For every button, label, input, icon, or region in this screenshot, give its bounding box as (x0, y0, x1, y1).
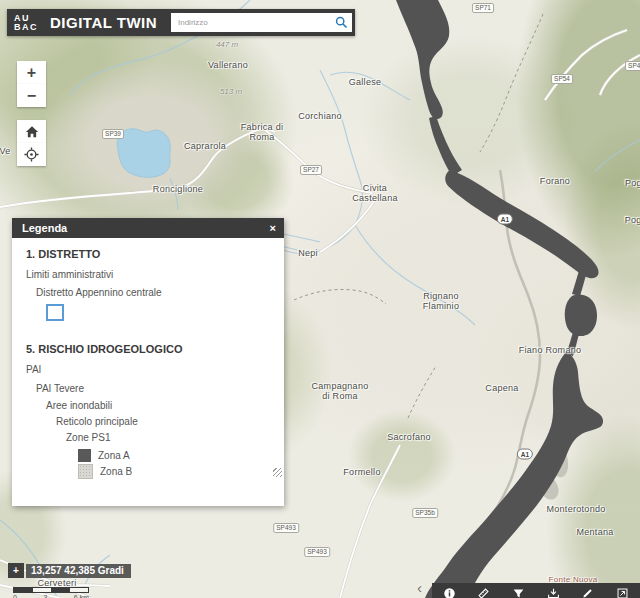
legend-item-label: Limiti amministrativi (26, 268, 113, 281)
measure-button[interactable] (476, 586, 492, 598)
page-title: DIGITAL TWIN (50, 14, 157, 31)
app-window: ValleranoGalleseCorchianoFabrica di Roma… (0, 0, 640, 598)
legend-title: Legenda (22, 222, 270, 234)
lake-vico (117, 129, 170, 178)
aubac-logo: AU BAC (14, 14, 38, 31)
legend-item-label: 5. RISCHIO IDROGEOLOGICO (26, 343, 182, 356)
legend-item-label: Zone PS1 (66, 431, 110, 444)
scale-bar-segments (13, 587, 89, 593)
legend-header[interactable]: Legenda × (12, 218, 284, 238)
legend-item: Aree inondabili (46, 399, 284, 412)
extent-icon (616, 586, 629, 598)
legend-item: Limiti amministrativi (26, 268, 284, 281)
legend-swatch-checkbox (46, 304, 64, 321)
legend-item: Zone PS1 (66, 431, 284, 444)
draw-icon (581, 586, 594, 598)
home-icon (25, 125, 39, 138)
resize-handle-icon[interactable] (273, 468, 282, 477)
app-header: AU BAC DIGITAL TWIN (7, 9, 355, 36)
scale-bar-numbers: 0 3 6 km (13, 594, 89, 598)
coordinate-bar: + 13,257 42,385 Gradi (8, 563, 131, 578)
legend-item-label: Distretto Appennino centrale (36, 286, 162, 299)
search-input[interactable] (171, 12, 330, 33)
legend-item: Zona A (78, 449, 284, 462)
info-button[interactable] (441, 586, 457, 598)
zoom-out-button[interactable]: − (17, 84, 46, 107)
legend-item-label: PAI (26, 363, 41, 376)
legend-item: Distretto Appennino centrale (36, 286, 284, 299)
basemap-button[interactable] (545, 586, 561, 598)
basemap-icon (547, 586, 560, 598)
bottom-toolbar (432, 583, 640, 598)
close-icon[interactable]: × (270, 223, 276, 234)
search-icon (335, 16, 348, 29)
locate-button[interactable] (17, 143, 46, 166)
legend-swatch-light (78, 464, 93, 479)
measure-icon (477, 586, 490, 598)
legend-body: 1. DISTRETTOLimiti amministrativiDistret… (12, 238, 284, 479)
legend-item: PAI (26, 363, 284, 376)
legend-panel: Legenda × 1. DISTRETTOLimiti amministrat… (12, 218, 284, 506)
legend-item: Zona B (78, 464, 284, 479)
scale-bar: 0 3 6 km (13, 587, 89, 598)
draw-button[interactable] (580, 586, 596, 598)
toolbar-collapse-button[interactable]: ‹ (417, 581, 422, 595)
filter-icon (512, 586, 525, 598)
crosshair-icon[interactable]: + (8, 563, 24, 578)
legend-item: 1. DISTRETTO (26, 248, 284, 261)
legend-item: Reticolo principale (56, 415, 284, 428)
flood-zone-a-areas (396, 0, 603, 598)
search-button[interactable] (330, 13, 352, 32)
locate-icon (24, 147, 39, 162)
legend-swatch-dark (78, 449, 91, 462)
filter-button[interactable] (511, 586, 527, 598)
legend-item-label: 1. DISTRETTO (26, 248, 100, 261)
legend-item-label: Zona B (100, 465, 132, 478)
coordinate-readout: 13,257 42,385 Gradi (26, 564, 131, 578)
info-icon (443, 586, 456, 598)
address-search (171, 13, 352, 32)
legend-item-label: Aree inondabili (46, 399, 112, 412)
legend-item-label: Reticolo principale (56, 415, 138, 428)
legend-item-label: Zona A (98, 449, 130, 462)
home-button[interactable] (17, 120, 46, 143)
zoom-in-button[interactable]: + (17, 61, 46, 84)
extent-button[interactable] (615, 586, 631, 598)
legend-item (46, 304, 284, 321)
legend-item: PAI Tevere (36, 382, 284, 395)
legend-item: 5. RISCHIO IDROGEOLOGICO (26, 343, 284, 356)
legend-item-label: PAI Tevere (36, 382, 84, 395)
